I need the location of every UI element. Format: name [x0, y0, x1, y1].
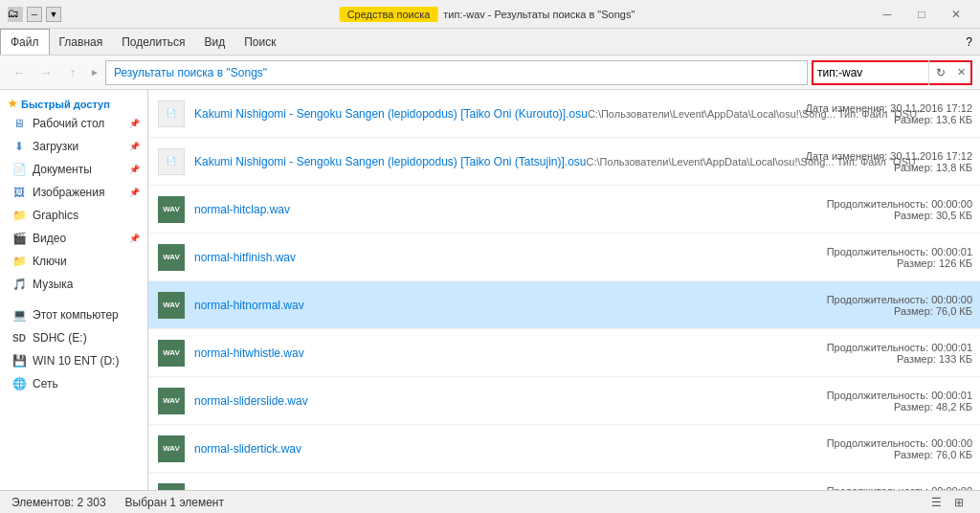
menu-search[interactable]: Поиск — [234, 29, 285, 55]
minimize-button[interactable]: ─ — [871, 2, 903, 27]
search-input[interactable] — [813, 66, 928, 79]
forward-button[interactable]: → — [34, 61, 57, 84]
file-meta-date: Дата изменения: 30.11.2016 17:12 — [781, 150, 972, 162]
table-row[interactable]: WAVnormal-slidertick.wavПродолжительност… — [148, 425, 980, 473]
sidebar-item-graphics[interactable]: 📁 Graphics — [0, 204, 147, 227]
close-button[interactable]: ✕ — [940, 2, 972, 27]
file-meta-date: Продолжительность: 00:00:00 — [781, 198, 972, 210]
sidebar-label-desktop: Рабочий стол — [33, 117, 104, 130]
help-icon: ? — [966, 35, 972, 49]
sidebar: ★ Быстрый доступ 🖥 Рабочий стол 📌 ⬇ Загр… — [0, 90, 148, 490]
file-name[interactable]: normal-hitnormal.wav — [194, 299, 304, 312]
maximize-button[interactable]: □ — [905, 2, 938, 27]
images-icon: 🖼 — [11, 185, 27, 200]
file-name[interactable]: Kakumi Nishigomi - Sengoku Sangen (lepid… — [194, 155, 587, 168]
file-name[interactable]: normal-hitfinish.wav — [194, 251, 296, 264]
sidebar-label-win10: WIN 10 ENT (D:) — [33, 354, 119, 368]
address-bar: ← → ↑ ► Результаты поиска в "Songs" ↻ ✕ — [0, 56, 980, 90]
menu-file[interactable]: Файл — [0, 29, 50, 55]
wav-icon: WAV — [158, 196, 185, 223]
title-bar: 🗂 ─ ▼ Средства поиска тип:-wav - Результ… — [0, 0, 980, 29]
menu-home[interactable]: Главная — [50, 29, 113, 55]
pin-icon-downloads: 📌 — [129, 142, 140, 151]
breadcrumb-separator: ► — [88, 67, 101, 78]
path-text: Результаты поиска в "Songs" — [114, 66, 267, 79]
window-title: тип:-wav - Результаты поиска в "Songs" — [437, 7, 640, 22]
file-name[interactable]: normal-hitwhistle.wav — [194, 346, 304, 360]
quick-access-btn[interactable]: ─ — [27, 7, 42, 22]
file-meta-date: Продолжительность: 00:00:00 — [781, 294, 972, 305]
sidebar-item-downloads[interactable]: ⬇ Загрузки 📌 — [0, 135, 147, 158]
file-name[interactable]: normal-slidertick.wav — [194, 442, 301, 456]
pin-icon-video: 📌 — [129, 234, 140, 243]
file-meta-size: Размер: 76,0 КБ — [781, 449, 972, 460]
table-row[interactable]: WAVnormal-sliderslide.wavПродолжительнос… — [148, 377, 980, 425]
file-meta-date: Продолжительность: 00:00:01 — [781, 390, 972, 401]
sidebar-item-desktop[interactable]: 🖥 Рабочий стол 📌 — [0, 112, 147, 135]
sidebar-label-video: Видео — [33, 232, 66, 245]
search-clear-button[interactable]: ✕ — [951, 61, 970, 84]
details-view-button[interactable]: ☰ — [926, 493, 946, 512]
sidebar-item-video[interactable]: 🎬 Видео 📌 — [0, 227, 147, 250]
table-row[interactable]: 📄Kakumi Nishigomi - Sengoku Sangen (lepi… — [148, 138, 980, 186]
sidebar-item-images[interactable]: 🖼 Изображения 📌 — [0, 181, 147, 204]
customize-btn[interactable]: ▼ — [46, 7, 61, 22]
menu-share[interactable]: Поделиться — [112, 29, 194, 55]
sidebar-label-downloads: Загрузки — [33, 140, 78, 153]
back-button[interactable]: ← — [8, 61, 31, 84]
wav-icon: WAV — [158, 292, 185, 319]
sdhc-icon: SD — [11, 330, 27, 346]
sidebar-item-pc[interactable]: 💻 Этот компьютер — [0, 303, 147, 326]
table-row[interactable]: WAVnormal-hitclap.wavПродолжительность: … — [148, 186, 980, 234]
help-button[interactable]: ? — [966, 29, 980, 55]
view-toggle: ☰ ⊞ — [926, 493, 969, 512]
up-button[interactable]: ↑ — [61, 61, 84, 84]
refresh-search-icon[interactable]: ↻ — [928, 60, 951, 85]
menu-bar: Файл Главная Поделиться Вид Поиск ? — [0, 29, 980, 56]
status-bar: Элементов: 2 303 Выбран 1 элемент ☰ ⊞ — [0, 490, 980, 513]
large-icons-view-button[interactable]: ⊞ — [949, 493, 969, 512]
menu-view[interactable]: Вид — [194, 29, 234, 55]
desktop-icon: 🖥 — [11, 116, 27, 131]
address-path[interactable]: Результаты поиска в "Songs" — [105, 60, 808, 85]
downloads-icon: ⬇ — [11, 139, 27, 154]
table-row[interactable]: 📄Kakumi Nishigomi - Sengoku Sangen (lepi… — [148, 90, 980, 138]
sidebar-quickaccess-header[interactable]: ★ Быстрый доступ — [0, 94, 147, 112]
file-meta-date: Продолжительность: 00:00:01 — [781, 342, 972, 353]
file-name[interactable]: normal-sliderslide.wav — [194, 394, 308, 408]
wav-icon: WAV — [158, 244, 185, 271]
keys-icon: 📁 — [11, 254, 27, 269]
file-meta-date: Продолжительность: 00:00:01 — [781, 246, 972, 257]
file-name[interactable]: normal-sliderwhistle.wav — [194, 490, 320, 491]
sidebar-item-music[interactable]: 🎵 Музыка — [0, 273, 147, 296]
wav-icon: WAV — [158, 435, 185, 462]
file-meta-size: Размер: 133 КБ — [781, 353, 972, 365]
sidebar-item-keys[interactable]: 📁 Ключи — [0, 250, 147, 273]
table-row[interactable]: WAVnormal-hitwhistle.wavПродолжительност… — [148, 329, 980, 377]
file-meta-date: Дата изменения: 30.11.2016 17:12 — [781, 102, 972, 114]
table-row[interactable]: WAVnormal-hitfinish.wavПродолжительность… — [148, 234, 980, 281]
window-icon: 🗂 — [8, 7, 23, 22]
file-meta-size: Размер: 30,5 КБ — [781, 210, 972, 221]
pin-icon-desktop: 📌 — [129, 119, 140, 128]
sidebar-item-documents[interactable]: 📄 Документы 📌 — [0, 158, 147, 181]
table-row[interactable]: WAVnormal-hitnormal.wavПродолжительность… — [148, 281, 980, 329]
search-container: ↻ ✕ — [812, 60, 972, 85]
sidebar-spacer — [0, 296, 147, 303]
table-row[interactable]: WAVnormal-sliderwhistle.wavПродолжительн… — [148, 473, 980, 490]
file-name[interactable]: normal-hitclap.wav — [194, 203, 290, 216]
title-bar-center: Средства поиска тип:-wav - Результаты по… — [340, 7, 641, 22]
win10-icon: 💾 — [11, 353, 27, 368]
sidebar-item-sdhc[interactable]: SD SDHC (E:) — [0, 326, 147, 349]
item-count: Элементов: 2 303 — [11, 496, 106, 509]
sidebar-item-network[interactable]: 🌐 Сеть — [0, 372, 147, 395]
sidebar-item-win10[interactable]: 💾 WIN 10 ENT (D:) — [0, 349, 147, 372]
sidebar-label-music: Музыка — [33, 278, 73, 291]
wav-icon: WAV — [158, 340, 185, 367]
file-list: 📄Kakumi Nishigomi - Sengoku Sangen (lepi… — [148, 90, 980, 490]
wav-icon: WAV — [158, 483, 185, 491]
osu-icon: 📄 — [158, 100, 185, 127]
file-name[interactable]: Kakumi Nishigomi - Sengoku Sangen (lepid… — [194, 107, 588, 121]
pin-icon-images: 📌 — [129, 188, 140, 197]
pc-icon: 💻 — [11, 307, 27, 323]
